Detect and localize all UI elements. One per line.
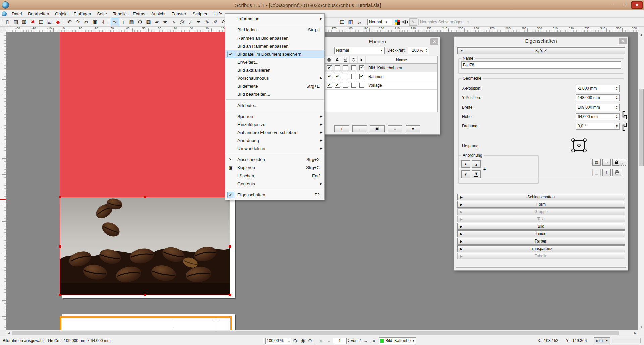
section-farben[interactable]: ▶Farben	[457, 238, 625, 245]
item-name-input[interactable]	[461, 61, 621, 69]
menu-item-bild-aktualisieren[interactable]: Bild aktualisieren	[225, 66, 324, 74]
printable-column-header[interactable]	[325, 56, 333, 63]
remove-layer-button[interactable]: −	[352, 125, 367, 132]
color-management-icon[interactable]	[393, 18, 401, 26]
section-schlagschatten[interactable]: ▶Schlagschatten	[457, 194, 625, 200]
menu-item-löschen[interactable]: LöschenEntf	[225, 171, 324, 180]
layer-row-vorlage[interactable]: ✔✔✔Vorlage	[317, 81, 437, 90]
section-bild[interactable]: ▶Bild	[457, 223, 625, 230]
opacity-spinbox[interactable]: 100 % ▲▼	[408, 47, 429, 54]
menu-item-rahmen-an-bild-anpassen[interactable]: Rahmen an Bild anpassen	[225, 34, 324, 42]
menu-item-bild-an-rahmen-anpassen[interactable]: Bild an Rahmen anpassen	[225, 42, 324, 50]
menu-einfügen[interactable]: Einfügen	[71, 11, 94, 17]
zoom-out-button[interactable]: ⊖	[291, 337, 299, 344]
layer-select-checkbox[interactable]: ✔	[359, 74, 364, 79]
menu-item-umwandeln-in[interactable]: Umwandeln in▶	[225, 144, 324, 152]
pdf-form-field-button[interactable]: ▥	[346, 18, 355, 26]
edit-with-story-editor-button[interactable]: ▤	[338, 18, 346, 26]
undo-button[interactable]: ↶	[65, 18, 74, 26]
lower-layer-button[interactable]: ▼	[406, 125, 420, 132]
first-page-button[interactable]: ⇤	[318, 337, 325, 344]
spinner-buttons[interactable]: ▲▼	[288, 339, 290, 343]
orange-text-frame[interactable]	[60, 316, 232, 330]
menu-item-vorschaumodus[interactable]: Vorschaumodus▶	[225, 74, 324, 82]
page-number-input[interactable]	[333, 338, 347, 344]
flip-vertical-button[interactable]: ↕	[602, 169, 611, 176]
paste-button[interactable]: ⇓	[99, 18, 107, 26]
origin-selector[interactable]	[571, 138, 587, 152]
origin-top-right[interactable]	[583, 138, 587, 142]
section-linien[interactable]: ▶Linien	[457, 230, 625, 237]
layer-printable-checkbox[interactable]: ✔	[327, 83, 332, 88]
unit-select[interactable]: mm ▼	[594, 337, 610, 344]
layer-outline-checkbox[interactable]	[351, 83, 356, 88]
coffee-image-frame[interactable]	[60, 197, 230, 295]
zoom-spinbox[interactable]: 100,00 % ▲▼	[265, 338, 291, 344]
menu-item-kopieren[interactable]: ▣KopierenStrg+C	[225, 163, 324, 171]
menu-seite[interactable]: Seite	[94, 11, 110, 17]
menu-item-bild-laden[interactable]: Bild laden...Strg+I	[225, 26, 324, 34]
ungroup-button[interactable]: ▢	[592, 169, 601, 176]
outline-column-header[interactable]	[350, 56, 358, 63]
menu-extras[interactable]: Extras	[130, 11, 148, 17]
raise-button[interactable]: ▲	[461, 160, 470, 168]
cut-button[interactable]: ✂	[82, 18, 91, 26]
origin-bottom-right[interactable]	[583, 149, 587, 152]
resize-handle[interactable]	[144, 294, 146, 296]
resize-handle[interactable]	[59, 294, 61, 296]
locked-column-header[interactable]	[333, 56, 341, 63]
menu-ansicht[interactable]: Ansicht	[148, 11, 169, 17]
menu-item-ausschneiden[interactable]: ✂AusschneidenStrg+X	[225, 155, 324, 163]
menu-item-anordnung[interactable]: Anordnung▶	[225, 136, 324, 144]
horizontal-scrollbar[interactable]: ◀ ▶	[6, 330, 638, 336]
previous-page-button[interactable]: ←	[325, 337, 333, 344]
vertical-scroll-thumb[interactable]	[639, 89, 644, 166]
export-pdf-button[interactable]: ◆	[54, 18, 62, 26]
to-front-button[interactable]: ▲	[472, 160, 481, 168]
section-xyz-header[interactable]: ▼ X, Y, Z	[457, 47, 625, 54]
layer-textflow-checkbox[interactable]	[343, 65, 348, 70]
spinner-buttons[interactable]: ▲▼	[426, 48, 428, 52]
menu-item-sperren[interactable]: Sperren▶	[225, 112, 324, 120]
insert-shape-button[interactable]: ▰	[153, 18, 161, 26]
vertical-scrollbar[interactable]: ▲ ▼	[638, 32, 644, 330]
layer-printable-checkbox[interactable]: ✔	[327, 65, 332, 70]
link-width-height-icon[interactable]	[621, 108, 627, 134]
save-document-button[interactable]: ▦	[20, 18, 29, 26]
layer-row-bild-kaffeebohnen[interactable]: ✔✔✔Bild_Kaffeebohnen	[317, 64, 437, 72]
layer-textflow-checkbox[interactable]	[343, 74, 348, 79]
zoom-in-button[interactable]: ⊕	[306, 337, 314, 344]
resize-handle[interactable]	[59, 196, 61, 198]
section-form[interactable]: ▶Form	[457, 201, 625, 208]
insert-line-button[interactable]: ∕	[186, 18, 195, 26]
print-document-button[interactable]: ▤	[37, 18, 45, 26]
layer-locked-checkbox[interactable]: ✔	[335, 83, 340, 88]
preview-mode-eye-icon[interactable]	[401, 18, 409, 26]
resize-handle[interactable]	[59, 245, 61, 248]
layer-outline-checkbox[interactable]	[351, 74, 356, 79]
add-layer-button[interactable]: +	[334, 125, 349, 132]
flip-horizontal-button[interactable]: ↔	[602, 159, 611, 166]
origin-top-left[interactable]	[571, 138, 575, 142]
layer-outline-checkbox[interactable]	[351, 65, 356, 70]
menu-item-bilddatei-im-dokument-speichern[interactable]: ✔Bilddatei im Dokument speichern	[225, 50, 324, 58]
spinner-buttons[interactable]: ▲▼	[616, 96, 618, 100]
page-spinner[interactable]: ▲▼	[347, 339, 350, 343]
origin-bottom-left[interactable]	[571, 149, 575, 152]
menu-item-bild-bearbeiten[interactable]: Bild bearbeiten...	[225, 90, 324, 98]
menu-tabelle[interactable]: Tabelle	[110, 11, 130, 17]
blend-mode-select[interactable]: Normal ▼	[367, 19, 392, 25]
scroll-left-icon[interactable]: ◀	[6, 330, 11, 336]
menu-hilfe[interactable]: Hilfe	[210, 11, 225, 17]
layer-select-checkbox[interactable]: ✔	[359, 65, 364, 70]
menu-datei[interactable]: Datei	[9, 11, 25, 17]
close-icon[interactable]: ✕	[430, 38, 438, 45]
select-item-button[interactable]: ↖	[111, 18, 119, 26]
insert-text-frame-button[interactable]: T	[119, 18, 127, 26]
menu-scripter[interactable]: Scripter	[190, 11, 211, 17]
menu-bearbeiten[interactable]: Bearbeiten	[25, 11, 52, 17]
spinner-buttons[interactable]: ▲▼	[616, 105, 618, 109]
copy-button[interactable]: ▣	[91, 18, 99, 26]
menu-item-auf-andere-ebene-verschieben[interactable]: Auf andere Ebene verschieben▶	[225, 128, 324, 136]
zoom-default-button[interactable]: ◉	[299, 337, 306, 344]
